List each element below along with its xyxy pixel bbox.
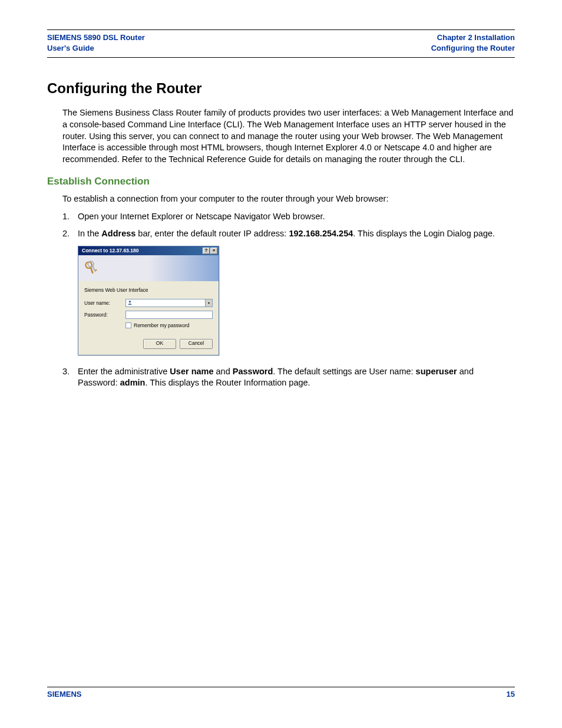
login-dialog-figure: Connect to 12.37.63.180 ? × Siemens Web … <box>78 246 515 355</box>
svg-point-5 <box>128 301 131 303</box>
step-3-bold-password: Password <box>233 367 273 376</box>
password-label: Password: <box>84 312 125 318</box>
header-rule-bottom <box>47 57 515 58</box>
username-input[interactable] <box>133 299 205 307</box>
header-left-line1: SIEMENS 5890 DSL Router <box>47 32 145 43</box>
username-dropdown-icon[interactable]: ▾ <box>205 299 212 307</box>
step-2-pre: In the <box>78 229 101 238</box>
step-3-mid2: . The default settings are User name: <box>273 367 415 376</box>
header-rule-top <box>47 29 515 30</box>
close-button[interactable]: × <box>210 248 217 254</box>
keys-icon <box>83 259 100 277</box>
step-3: 3. Enter the administrative User name an… <box>62 366 515 389</box>
step-3-number: 3. <box>62 366 78 389</box>
step-3-text: Enter the administrative User name and P… <box>78 366 515 389</box>
dialog-titlebar: Connect to 12.37.63.180 ? × <box>78 246 219 255</box>
footer-brand: SIEMENS <box>47 690 82 699</box>
step-3-pre: Enter the administrative <box>78 367 170 376</box>
ok-button[interactable]: OK <box>143 339 176 349</box>
step-3-post: . This displays the Router Information p… <box>145 378 310 387</box>
sub-heading: Establish Connection <box>47 176 515 187</box>
step-2-bold-ip: 192.168.254.254 <box>289 229 353 238</box>
remember-label: Remember my password <box>134 322 189 328</box>
lead-text: To establish a connection from your comp… <box>62 193 515 205</box>
header-right-line2: Configuring the Router <box>431 43 515 54</box>
step-2: 2. In the Address bar, enter the default… <box>62 228 515 240</box>
footer-page-number: 15 <box>507 690 515 699</box>
page-footer: SIEMENS 15 <box>47 687 515 699</box>
person-icon <box>126 299 133 307</box>
step-2-bold-address: Address <box>101 229 135 238</box>
step-2-mid: bar, enter the default router IP address… <box>135 229 289 238</box>
step-2-text: In the Address bar, enter the default ro… <box>78 228 515 240</box>
dialog-title: Connect to 12.37.63.180 <box>82 248 138 253</box>
dialog-banner <box>78 255 219 281</box>
step-3-bold-username: User name <box>170 367 213 376</box>
dialog-realm: Siemens Web User Interface <box>84 287 213 293</box>
username-label: User name: <box>84 300 125 306</box>
step-2-number: 2. <box>62 228 78 240</box>
header-right-line1: Chapter 2 Installation <box>431 32 515 43</box>
remember-checkbox[interactable] <box>125 322 131 328</box>
intro-paragraph: The Siemens Business Class Router family… <box>62 107 515 165</box>
username-combo[interactable]: ▾ <box>125 299 213 307</box>
header-left-line2: User's Guide <box>47 43 145 54</box>
page-header: SIEMENS 5890 DSL Router User's Guide Cha… <box>47 32 515 57</box>
footer-rule <box>47 687 515 687</box>
step-1: 1. Open your Internet Explorer or Netsca… <box>62 211 515 223</box>
step-3-mid1: and <box>214 367 233 376</box>
cancel-button[interactable]: Cancel <box>180 339 213 349</box>
password-input[interactable] <box>125 311 213 319</box>
step-3-bold-superuser: superuser <box>416 367 457 376</box>
help-button[interactable]: ? <box>203 248 210 254</box>
step-1-number: 1. <box>62 211 78 223</box>
step-3-bold-admin: admin <box>120 378 146 387</box>
step-1-text: Open your Internet Explorer or Netscape … <box>78 211 515 223</box>
login-dialog: Connect to 12.37.63.180 ? × Siemens Web … <box>78 246 219 355</box>
step-2-post: . This displays the Login Dialog page. <box>353 229 495 238</box>
main-heading: Configuring the Router <box>47 80 515 97</box>
